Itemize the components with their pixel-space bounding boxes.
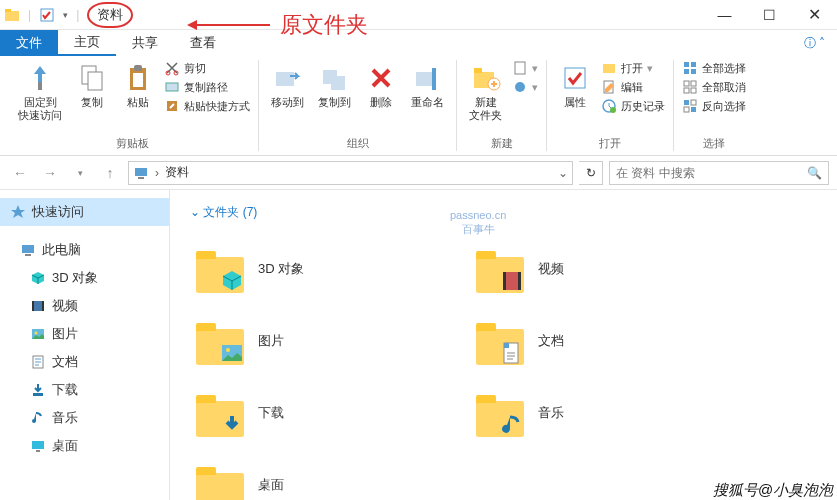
cube-icon [220,269,244,293]
folder-label: 3D 对象 [258,260,304,278]
sidebar-item-video[interactable]: 视频 [0,292,169,320]
properties-icon[interactable] [39,7,55,23]
film-icon [30,298,46,314]
divider-icon: | [76,8,79,22]
search-input[interactable] [616,166,807,180]
picture-icon [220,341,244,365]
address-segment[interactable]: 资料 [165,164,189,181]
quickaccess-label: 快速访问 [32,203,84,221]
sidebar-item-desktop[interactable]: 桌面 [0,432,169,460]
forward-button[interactable]: → [38,161,62,185]
svg-rect-7 [134,65,142,71]
sidebar-item-pictures[interactable]: 图片 [0,320,169,348]
invert-icon [682,98,698,114]
sidebar-item-downloads[interactable]: 下载 [0,376,169,404]
sidebar-item-documents[interactable]: 文档 [0,348,169,376]
delete-button[interactable]: 删除 [361,60,401,111]
download-icon [220,413,244,437]
content-area: 快速访问 此电脑 3D 对象 视频 图片 文档 下载 音乐 桌面 文件夹 (7)… [0,190,837,500]
open-button[interactable]: 打开 ▾ [601,60,665,76]
download-icon [30,382,46,398]
invert-button[interactable]: 反向选择 [682,98,746,114]
svg-rect-37 [691,100,696,105]
sidebar-quickaccess[interactable]: 快速访问 [0,198,169,226]
folder-icon [476,389,524,437]
chevron-down-icon[interactable]: ⌄ [558,166,568,180]
up-button[interactable]: ↑ [98,161,122,185]
sidebar-item-3d[interactable]: 3D 对象 [0,264,169,292]
folder-icon [196,245,244,293]
watermark-line2: 百事牛 [450,222,506,236]
folder-item[interactable]: 文档 [470,305,750,377]
help-button[interactable]: ⓘ ˄ [792,30,837,56]
svg-point-22 [515,82,525,92]
copy-button[interactable]: 复制 [72,60,112,111]
copypath-button[interactable]: 复制路径 [164,79,250,95]
close-button[interactable]: ✕ [792,0,837,30]
search-field[interactable]: 🔍 [609,161,829,185]
cut-button[interactable]: 剪切 [164,60,250,76]
address-field[interactable]: › 资料 ⌄ [128,161,573,185]
edit-label: 编辑 [621,80,643,95]
paste-button[interactable]: 粘贴 [118,60,158,111]
moveto-icon [272,62,304,94]
tab-home[interactable]: 主页 [58,30,116,56]
group-open: 属性 打开 ▾ 编辑 历史记录 打开 [547,60,674,151]
group-select: 全部选择 全部取消 反向选择 选择 [674,60,754,151]
newitem-button[interactable]: ▾ [512,60,538,76]
cut-icon [164,60,180,76]
tab-file[interactable]: 文件 [0,30,58,56]
folder-icon [196,317,244,365]
copyto-button[interactable]: 复制到 [314,60,355,111]
tab-share[interactable]: 共享 [116,30,174,56]
source-attribution: 搜狐号@小臭泡泡 [713,481,833,500]
rename-label: 重命名 [411,96,444,109]
selectnone-button[interactable]: 全部取消 [682,79,746,95]
properties-button[interactable]: 属性 [555,60,595,111]
divider-icon: | [28,8,31,22]
back-button[interactable]: ← [8,161,32,185]
copypath-icon [164,79,180,95]
open-icon [601,60,617,76]
refresh-button[interactable]: ↻ [579,161,603,185]
copy-label: 复制 [81,96,103,109]
group-organize: 移动到 复制到 删除 重命名 组织 [259,60,457,151]
sidebar-thispc[interactable]: 此电脑 [0,236,169,264]
minimize-button[interactable]: — [702,0,747,30]
folder-item[interactable]: 视频 [470,233,750,305]
newitem-icon [512,60,528,76]
easyaccess-button[interactable]: ▾ [512,79,538,95]
properties-label: 属性 [564,96,586,109]
moveto-button[interactable]: 移动到 [267,60,308,111]
music-icon [500,413,524,437]
folder-item[interactable]: 音乐 [470,377,750,449]
selectall-button[interactable]: 全部选择 [682,60,746,76]
organize-group-label: 组织 [347,136,369,151]
sidebar-label: 桌面 [52,437,78,455]
edit-button[interactable]: 编辑 [601,79,665,95]
svg-rect-45 [32,301,34,311]
history-button[interactable]: 历史记录 [601,98,665,114]
folder-item[interactable]: 下载 [190,377,470,449]
recent-button[interactable]: ▾ [68,161,92,185]
newfolder-label: 新建 文件夹 [469,96,502,122]
search-icon[interactable]: 🔍 [807,166,822,180]
maximize-button[interactable]: ☐ [747,0,792,30]
folder-icon [476,245,524,293]
window-title: 资料 [87,2,133,28]
pin-to-quickaccess-button[interactable]: 固定到 快速访问 [14,60,66,124]
svg-rect-15 [331,76,345,90]
dropdown-icon[interactable]: ▾ [63,10,68,20]
folder-item[interactable]: 图片 [190,305,470,377]
rename-button[interactable]: 重命名 [407,60,448,111]
svg-rect-54 [503,272,506,290]
svg-point-48 [35,332,38,335]
svg-rect-59 [504,343,509,348]
paste-shortcut-button[interactable]: 粘贴快捷方式 [164,98,250,114]
sidebar-item-music[interactable]: 音乐 [0,404,169,432]
newfolder-button[interactable]: 新建 文件夹 [465,60,506,124]
folder-label: 桌面 [258,476,284,494]
folder-item[interactable]: 3D 对象 [190,233,470,305]
folder-item[interactable]: 桌面 [190,449,470,500]
selectnone-icon [682,79,698,95]
